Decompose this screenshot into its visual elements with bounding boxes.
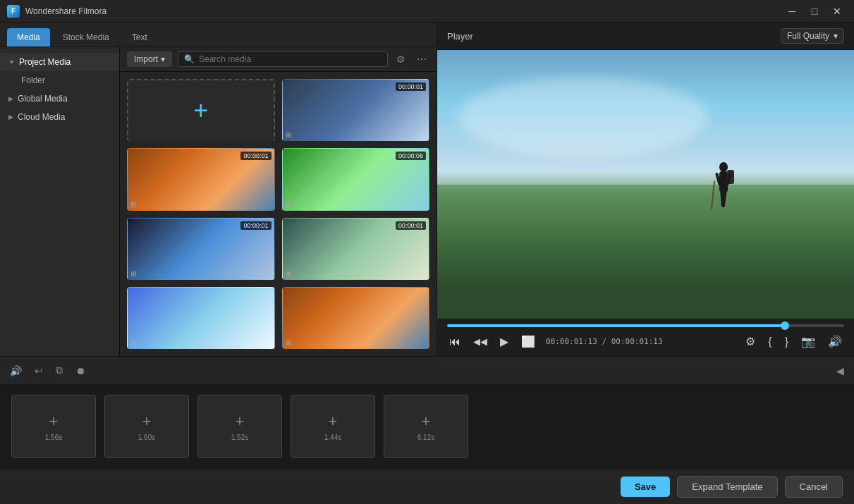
grid-icon-video16: ⊞ bbox=[130, 270, 136, 278]
minimize-button[interactable]: ─ bbox=[782, 4, 802, 19]
media-item-partial2[interactable]: ⊞ bbox=[282, 287, 430, 349]
player-label: Player bbox=[447, 31, 473, 42]
controls-row: ⏮ ◀◀ ▶ ⬜ 00:00:01:13 / 00:00:01:13 ⚙ { }… bbox=[447, 333, 844, 350]
step-back-button[interactable]: ◀◀ bbox=[471, 334, 489, 349]
timeline-clip-2[interactable]: + 1.60s bbox=[104, 395, 189, 458]
clip-duration-5: 6.12s bbox=[417, 434, 434, 441]
project-media-label: Project Media bbox=[19, 57, 71, 67]
mark-out-button[interactable]: } bbox=[783, 333, 791, 350]
grid-icon-video19: ⊞ bbox=[130, 200, 136, 208]
tabs: Media Stock Media Text bbox=[0, 23, 437, 47]
clip-duration-4: 1.44s bbox=[324, 434, 341, 441]
title-bar-controls: ─ □ ✕ bbox=[782, 4, 847, 19]
sidebar-item-global-media[interactable]: ▶ Global Media bbox=[0, 90, 119, 108]
clip-plus-1: + bbox=[49, 412, 59, 431]
media-item-partial1[interactable]: ⊞ bbox=[127, 287, 275, 349]
close-button[interactable]: ✕ bbox=[827, 4, 847, 19]
settings-button[interactable]: ⚙ bbox=[743, 333, 757, 350]
media-grid: + Import Media 00:00:01 ⊞ 20 Replace You… bbox=[120, 72, 437, 356]
more-button[interactable]: ⋯ bbox=[414, 52, 429, 66]
clip-plus-5: + bbox=[422, 412, 431, 431]
media-thumb-video19: 00:00:01 ⊞ bbox=[127, 148, 275, 210]
import-button[interactable]: Import ▾ bbox=[127, 51, 172, 67]
timeline-clip-1[interactable]: + 1.56s bbox=[11, 395, 96, 458]
grid-icon-partial2: ⊞ bbox=[286, 339, 291, 347]
title-bar-left: F Wondershare Filmora bbox=[7, 5, 106, 18]
search-input[interactable] bbox=[199, 54, 382, 64]
time-separator: / bbox=[602, 337, 611, 346]
media-thumb-partial2: ⊞ bbox=[282, 287, 430, 349]
quality-dropdown[interactable]: Full Quality ▾ bbox=[781, 28, 844, 44]
clip-duration-1: 1.56s bbox=[45, 434, 62, 441]
import-plus-icon: + bbox=[193, 96, 208, 125]
clip-duration-2: 1.60s bbox=[138, 434, 155, 441]
global-media-label: Global Media bbox=[18, 94, 68, 104]
save-button[interactable]: Save bbox=[621, 477, 670, 497]
svg-line-7 bbox=[712, 181, 714, 209]
audio-icon-button[interactable]: 🔊 bbox=[7, 362, 25, 379]
import-label: Import bbox=[134, 54, 158, 64]
title-bar: F Wondershare Filmora ─ □ ✕ bbox=[0, 0, 854, 23]
progress-thumb bbox=[781, 321, 789, 330]
hiker-silhouette bbox=[706, 154, 741, 225]
media-item-video19[interactable]: 00:00:01 ⊞ 19 Replace Your Video bbox=[127, 148, 275, 210]
progress-bar[interactable] bbox=[447, 324, 844, 327]
media-area: Import ▾ 🔍 ⚙ ⋯ + bbox=[120, 47, 437, 356]
mountain-bg bbox=[437, 171, 854, 319]
grid-icon-partial1: ⊞ bbox=[130, 339, 136, 347]
sidebar-item-cloud-media[interactable]: ▶ Cloud Media bbox=[0, 108, 119, 126]
timestamp-video17: 00:00:01 bbox=[396, 221, 426, 230]
content-split: ▼ Project Media Folder ▶ Global Media ▶ … bbox=[0, 47, 437, 356]
media-item-video18[interactable]: 00:00:06 ⊞ 18 Replace Your Video bbox=[282, 148, 430, 210]
record-button[interactable]: ⏺ bbox=[73, 362, 88, 379]
timeline-clip-4[interactable]: + 1.44s bbox=[291, 395, 375, 458]
time-total: 00:00:01:13 bbox=[611, 337, 663, 346]
media-item-video17[interactable]: 00:00:01 ⊞ 17 Replace Your Video bbox=[282, 218, 430, 280]
player-controls: ⏮ ◀◀ ▶ ⬜ 00:00:01:13 / 00:00:01:13 ⚙ { }… bbox=[437, 319, 854, 356]
tab-stock-media[interactable]: Stock Media bbox=[53, 28, 119, 47]
grid-icon-video17: ⊞ bbox=[286, 270, 291, 278]
svg-point-0 bbox=[719, 162, 728, 172]
timeline-clip-5[interactable]: + 6.12s bbox=[384, 395, 468, 458]
global-media-arrow: ▶ bbox=[8, 95, 13, 102]
quality-dropdown-arrow: ▾ bbox=[834, 31, 838, 41]
controls-left: ⏮ ◀◀ ▶ ⬜ 00:00:01:13 / 00:00:01:13 bbox=[447, 333, 663, 350]
media-thumb-partial1: ⊞ bbox=[127, 287, 275, 349]
collapse-button[interactable]: ◀ bbox=[834, 362, 847, 379]
import-thumb[interactable]: + bbox=[127, 79, 275, 141]
media-thumb-video16: 00:00:01 ⊞ bbox=[127, 218, 275, 280]
main-area: Media Stock Media Text ▼ Project Media F… bbox=[0, 23, 854, 356]
rewind-button[interactable]: ⏮ bbox=[447, 333, 463, 350]
media-item-video20[interactable]: 00:00:01 ⊞ 20 Replace Your Video bbox=[282, 79, 430, 141]
video-frame bbox=[437, 50, 854, 319]
clip-plus-3: + bbox=[236, 412, 245, 431]
cancel-button[interactable]: Cancel bbox=[785, 476, 843, 498]
volume-button[interactable]: 🔊 bbox=[826, 333, 844, 350]
import-media-item[interactable]: + Import Media bbox=[127, 79, 275, 141]
sidebar: ▼ Project Media Folder ▶ Global Media ▶ … bbox=[0, 47, 120, 356]
search-icon: 🔍 bbox=[184, 54, 195, 64]
crop-button[interactable]: ⧉ bbox=[53, 362, 66, 379]
clip-plus-4: + bbox=[329, 412, 338, 431]
mark-in-button[interactable]: { bbox=[766, 333, 774, 350]
expand-template-button[interactable]: Expand Template bbox=[677, 476, 777, 498]
timestamp-video16: 00:00:01 bbox=[240, 221, 271, 230]
sidebar-item-project-media[interactable]: ▼ Project Media bbox=[0, 53, 119, 71]
tab-media[interactable]: Media bbox=[7, 28, 50, 47]
timeline-clip-3[interactable]: + 1.52s bbox=[197, 395, 282, 458]
cloud-media-label: Cloud Media bbox=[18, 112, 65, 122]
media-thumb-video20: 00:00:01 ⊞ bbox=[282, 79, 430, 141]
tab-text[interactable]: Text bbox=[122, 28, 157, 47]
clouds bbox=[458, 77, 709, 157]
snapshot-button[interactable]: 📷 bbox=[799, 333, 817, 350]
undo-button[interactable]: ↩ bbox=[32, 362, 46, 379]
grid-icon-video18: ⊞ bbox=[286, 200, 291, 208]
play-button[interactable]: ▶ bbox=[498, 333, 511, 350]
stop-button[interactable]: ⬜ bbox=[519, 333, 537, 350]
timeline-area: + 1.56s + 1.60s + 1.52s + 1.44s + 6.12s bbox=[0, 384, 854, 469]
timeline-toolbar: 🔊 ↩ ⧉ ⏺ ◀ bbox=[0, 356, 854, 384]
filter-button[interactable]: ⚙ bbox=[394, 52, 408, 66]
maximize-button[interactable]: □ bbox=[805, 4, 824, 19]
media-item-video16[interactable]: 00:00:01 ⊞ 16 Replace Your Video bbox=[127, 218, 275, 280]
sidebar-item-folder[interactable]: Folder bbox=[0, 71, 119, 90]
